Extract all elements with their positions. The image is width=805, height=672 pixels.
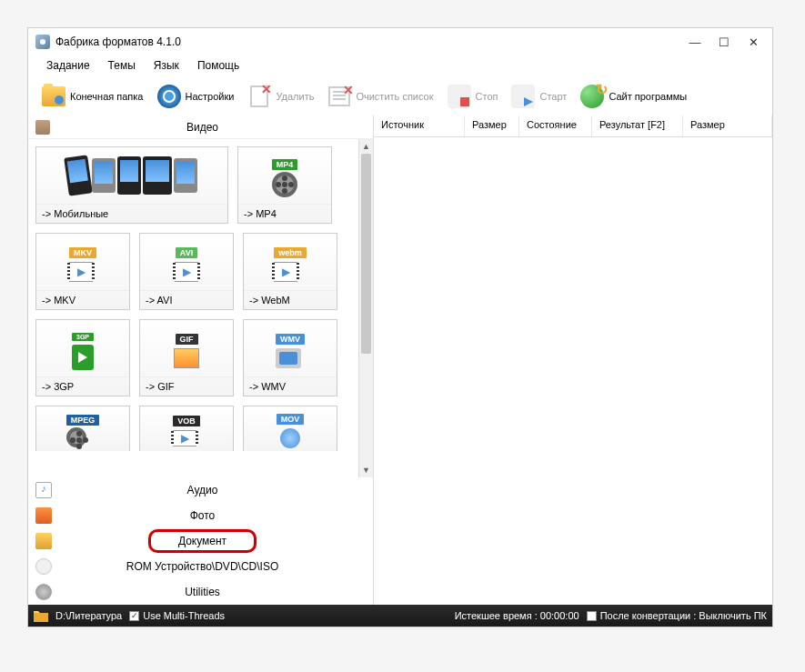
app-window: Фабрика форматов 4.1.0 — ☐ ✕ Задание Тем… [27, 27, 773, 627]
globe-icon [579, 84, 605, 109]
mp4-badge: MP4 [272, 159, 298, 170]
format-scrollbar[interactable]: ▲ ▼ [358, 139, 373, 477]
settings-button[interactable]: Настройки [151, 82, 240, 111]
col-size2[interactable]: Размер [683, 115, 772, 136]
format-wmv[interactable]: WMV -> WMV [243, 319, 337, 396]
category-utilities[interactable]: Utilities [28, 579, 373, 605]
format-vob[interactable]: VOB▶ [139, 406, 234, 451]
col-source[interactable]: Источник [374, 115, 465, 136]
format-mobile-label: -> Мобильные [36, 204, 227, 223]
output-folder-button[interactable]: Конечная папка [35, 82, 149, 111]
clear-list-button[interactable]: Очистить список [321, 82, 438, 111]
multithreads-checkbox[interactable]: ✓ Use Multi-Threads [129, 610, 225, 621]
format-mobile[interactable]: -> Мобильные [35, 146, 228, 224]
rom-icon [35, 558, 52, 575]
format-gif-label: -> GIF [140, 376, 233, 396]
photo-icon [35, 507, 52, 524]
mobile-devices-icon [36, 147, 227, 204]
category-photo[interactable]: Фото [28, 503, 373, 528]
document-icon [35, 533, 52, 549]
format-mp4[interactable]: MP4 -> MP4 [237, 146, 332, 224]
category-rom[interactable]: ROM Устройство\DVD\CD\ISO [28, 554, 373, 579]
menu-help[interactable]: Помощь [188, 57, 248, 75]
format-mkv[interactable]: MKV▶ -> MKV [35, 233, 130, 310]
start-icon [510, 84, 536, 109]
format-grid: -> Мобильные MP4 -> MP4 [28, 139, 358, 477]
format-3gp-label: -> 3GP [36, 376, 129, 396]
format-avi-label: -> AVI [140, 290, 233, 309]
col-result[interactable]: Результат [F2] [592, 115, 683, 136]
avi-icon: AVI▶ [140, 234, 233, 290]
file-list-body[interactable] [374, 137, 772, 605]
menu-bar: Задание Темы Язык Помощь [28, 55, 772, 77]
title-bar: Фабрика форматов 4.1.0 — ☐ ✕ [28, 28, 772, 55]
scroll-up-icon[interactable]: ▲ [359, 139, 373, 154]
content-area: Видео -> Мобильные [28, 115, 772, 605]
mp4-icon: MP4 [238, 147, 331, 204]
delete-label: Удалить [276, 91, 314, 102]
checkbox-unchecked-icon [587, 611, 597, 621]
category-rom-label: ROM Устройство\DVD\CD\ISO [61, 560, 366, 573]
gear-icon [156, 84, 182, 109]
mkv-icon: MKV▶ [36, 234, 129, 290]
category-utilities-label: Utilities [61, 586, 366, 598]
category-video-header[interactable]: Видео [28, 115, 373, 139]
wmv-icon: WMV [244, 320, 337, 376]
format-gif[interactable]: GIF -> GIF [139, 319, 234, 396]
mkv-badge: MKV [69, 247, 96, 258]
category-audio[interactable]: Аудио [28, 477, 373, 503]
menu-themes[interactable]: Темы [99, 57, 145, 75]
format-area: -> Мобильные MP4 -> MP4 [28, 139, 373, 477]
format-webm[interactable]: webm▶ -> WebM [243, 233, 337, 310]
format-wmv-label: -> WMV [244, 376, 337, 396]
mpeg-icon: MPEG [36, 406, 129, 451]
category-video-label: Видео [57, 121, 366, 134]
stop-icon [447, 84, 472, 109]
format-mp4-label: -> MP4 [238, 204, 331, 223]
close-button[interactable]: ✕ [747, 35, 760, 48]
format-mov[interactable]: MOV [243, 406, 337, 451]
stop-button[interactable]: Стоп [441, 82, 504, 111]
delete-icon [247, 84, 272, 109]
category-document-label: Документ [148, 529, 257, 553]
scroll-thumb[interactable] [361, 154, 371, 354]
status-bar: D:\Литература ✓ Use Multi-Threads Истекш… [28, 605, 772, 627]
scroll-down-icon[interactable]: ▼ [359, 463, 373, 477]
toolbar: Конечная папка Настройки Удалить Очистит… [28, 77, 772, 115]
category-sidebar: Видео -> Мобильные [28, 115, 374, 605]
delete-button[interactable]: Удалить [241, 82, 319, 111]
format-mkv-label: -> MKV [36, 290, 129, 309]
vob-badge: VOB [173, 416, 200, 426]
site-label: Сайт программы [609, 91, 687, 102]
avi-badge: AVI [176, 247, 197, 258]
col-size[interactable]: Размер [465, 115, 519, 136]
category-list: Аудио Фото Документ ROM Устройство\DVD\C… [28, 477, 373, 605]
mpeg-badge: MPEG [66, 415, 100, 426]
gif-badge: GIF [176, 334, 198, 345]
format-3gp[interactable]: 3GP -> 3GP [35, 319, 130, 396]
format-webm-label: -> WebM [244, 290, 337, 309]
mov-icon: MOV [244, 406, 337, 451]
app-logo-icon [35, 35, 50, 49]
gif-icon: GIF [140, 320, 233, 376]
category-document[interactable]: Документ [28, 528, 373, 554]
clear-list-label: Очистить список [356, 91, 433, 102]
video-icon [35, 120, 50, 135]
settings-label: Настройки [186, 91, 235, 102]
col-state[interactable]: Состояние [519, 115, 592, 136]
format-avi[interactable]: AVI▶ -> AVI [139, 233, 234, 310]
folder-icon [41, 84, 66, 109]
start-button[interactable]: Старт [505, 82, 572, 111]
status-path[interactable]: D:\Литература [55, 610, 122, 621]
webm-icon: webm▶ [244, 234, 337, 290]
format-mpeg[interactable]: MPEG [35, 406, 130, 451]
3gp-icon: 3GP [36, 320, 129, 376]
after-conversion-checkbox[interactable]: После конвертации : Выключить ПК [587, 610, 767, 621]
minimize-button[interactable]: — [689, 35, 701, 48]
maximize-button[interactable]: ☐ [718, 35, 730, 48]
stop-label: Стоп [476, 91, 498, 102]
file-list-header: Источник Размер Состояние Результат [F2]… [374, 115, 772, 137]
menu-language[interactable]: Язык [145, 57, 188, 75]
site-button[interactable]: Сайт программы [574, 82, 692, 111]
menu-task[interactable]: Задание [37, 57, 99, 75]
